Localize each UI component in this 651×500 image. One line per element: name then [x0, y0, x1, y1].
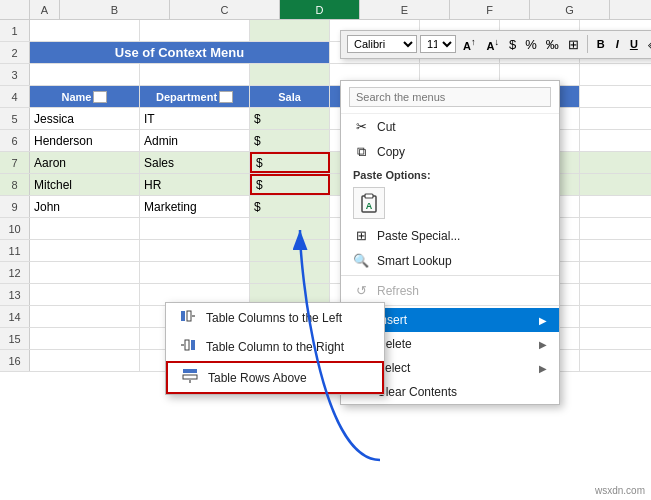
cell-3c[interactable]	[140, 64, 250, 85]
cell-5b[interactable]: Jessica	[30, 108, 140, 129]
header-salary[interactable]: Sala	[250, 86, 330, 107]
row-num-14: 14	[0, 306, 30, 327]
paste-icon-clipboard[interactable]: A	[353, 187, 385, 219]
svg-rect-10	[183, 375, 197, 379]
svg-rect-3	[181, 311, 185, 321]
col-header-row: A B C D E F G	[0, 0, 651, 20]
comma-btn[interactable]: ‰	[543, 36, 562, 53]
dollar-btn[interactable]: $	[506, 36, 519, 53]
col-left-icon	[178, 308, 198, 327]
col-header-c: C	[170, 0, 280, 19]
submenu-item-col-right[interactable]: Table Column to the Right	[166, 332, 384, 361]
select-arrow-icon: ▶	[539, 363, 547, 374]
select-label: Select	[377, 361, 531, 375]
col-left-label: Table Columns to the Left	[206, 311, 372, 325]
cell-1b[interactable]	[30, 20, 140, 41]
col-header-f: F	[450, 0, 530, 19]
decrease-font-btn[interactable]: A↓	[483, 35, 504, 54]
clipboard-icon: A	[359, 192, 379, 214]
refresh-label: Refresh	[377, 284, 547, 298]
delete-arrow-icon: ▶	[539, 339, 547, 350]
delete-label: Delete	[377, 337, 531, 351]
row-num-2: 2	[0, 42, 30, 63]
cell-10b[interactable]	[30, 218, 140, 239]
svg-rect-6	[191, 340, 195, 350]
watermark: wsxdn.com	[595, 485, 645, 496]
cell-3d[interactable]	[250, 64, 330, 85]
row-above-label: Table Rows Above	[208, 371, 370, 385]
paste-special-label: Paste Special...	[377, 229, 547, 243]
cell-6c[interactable]: Admin	[140, 130, 250, 151]
menu-search-container[interactable]	[341, 81, 559, 114]
smart-lookup-icon: 🔍	[353, 253, 369, 268]
smart-lookup-label: Smart Lookup	[377, 254, 547, 268]
clear-label: Clear Contents	[377, 385, 547, 399]
submenu-item-row-above[interactable]: Table Rows Above	[166, 361, 384, 394]
cut-label: Cut	[377, 120, 547, 134]
menu-search-input[interactable]	[349, 87, 551, 107]
cut-icon: ✂	[353, 119, 369, 134]
font-select[interactable]: Calibri	[347, 35, 417, 53]
cell-8d[interactable]: $	[250, 174, 330, 195]
menu-item-paste-special[interactable]: ⊞ Paste Special...	[341, 223, 559, 248]
col-header-e: E	[360, 0, 450, 19]
svg-rect-4	[187, 311, 191, 321]
row-num-7: 7	[0, 152, 30, 173]
format-btn[interactable]: ⊞	[565, 36, 582, 53]
cell-7d[interactable]: $	[250, 152, 330, 173]
menu-separator-1	[341, 275, 559, 276]
copy-icon: ⧉	[353, 144, 369, 160]
cell-6d[interactable]: $	[250, 130, 330, 151]
highlight-btn[interactable]: ◈	[645, 36, 651, 53]
row-num-4: 4	[0, 86, 30, 107]
col-header-d: D	[280, 0, 360, 19]
cell-8c[interactable]: HR	[140, 174, 250, 195]
increase-font-btn[interactable]: A↑	[459, 35, 480, 54]
cell-8b[interactable]: Mitchel	[30, 174, 140, 195]
cell-9b[interactable]: John	[30, 196, 140, 217]
menu-item-smart-lookup[interactable]: 🔍 Smart Lookup	[341, 248, 559, 273]
cell-7b[interactable]: Aaron	[30, 152, 140, 173]
cell-1c[interactable]	[140, 20, 250, 41]
title-cell: Use of Context Menu	[30, 42, 330, 63]
row-num-1: 1	[0, 20, 30, 41]
italic-btn[interactable]: I	[612, 36, 623, 52]
insert-label: Insert	[377, 313, 531, 327]
svg-rect-9	[183, 369, 197, 373]
cell-7c[interactable]: Sales	[140, 152, 250, 173]
svg-text:A: A	[366, 201, 373, 211]
col-right-icon	[178, 337, 198, 356]
paste-options-label: Paste Options:	[341, 165, 559, 183]
header-name[interactable]: Name ▼	[30, 86, 140, 107]
refresh-icon: ↺	[353, 283, 369, 298]
cell-3b[interactable]	[30, 64, 140, 85]
percent-btn[interactable]: %	[522, 36, 540, 53]
cell-6b[interactable]: Henderson	[30, 130, 140, 151]
filter-name[interactable]: ▼	[93, 91, 107, 103]
menu-item-cut[interactable]: ✂ Cut	[341, 114, 559, 139]
svg-rect-7	[185, 340, 189, 350]
cell-1d[interactable]	[250, 20, 330, 41]
filter-dept[interactable]: ▼	[219, 91, 233, 103]
cell-9d[interactable]: $	[250, 196, 330, 217]
header-dept[interactable]: Department ▼	[140, 86, 250, 107]
paste-icon-row: A	[341, 183, 559, 223]
row-num-13: 13	[0, 284, 30, 305]
col-header-a: A	[30, 0, 60, 19]
bold-btn[interactable]: B	[593, 36, 609, 52]
cell-5d[interactable]: $	[250, 108, 330, 129]
row-num-6: 6	[0, 130, 30, 151]
col-right-label: Table Column to the Right	[206, 340, 372, 354]
cell-5c[interactable]: IT	[140, 108, 250, 129]
row-num-9: 9	[0, 196, 30, 217]
col-header-g: G	[530, 0, 610, 19]
floating-toolbar: Calibri 11 A↑ A↓ $ % ‰ ⊞ B I U ◈ A ⊞ ⇔ ⊕	[340, 30, 651, 59]
font-size-select[interactable]: 11	[420, 35, 456, 53]
cell-9c[interactable]: Marketing	[140, 196, 250, 217]
row-num-15: 15	[0, 328, 30, 349]
underline-btn[interactable]: U	[626, 36, 642, 52]
row-above-icon	[180, 368, 200, 387]
submenu-item-col-left[interactable]: Table Columns to the Left	[166, 303, 384, 332]
copy-label: Copy	[377, 145, 547, 159]
menu-item-copy[interactable]: ⧉ Copy	[341, 139, 559, 165]
